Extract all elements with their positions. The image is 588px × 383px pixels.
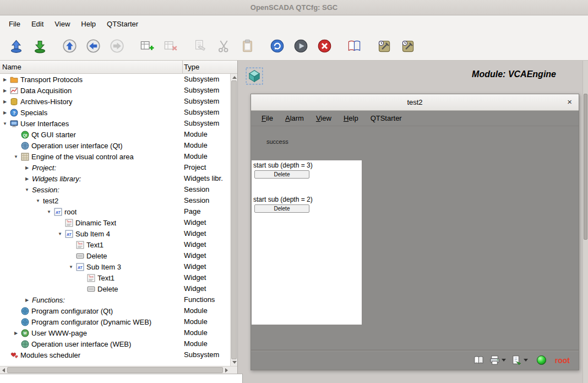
- tree-row[interactable]: Modules schedulerSubsystem: [0, 349, 230, 360]
- tree-row[interactable]: ▼test2Session: [0, 195, 230, 206]
- session-menu-help[interactable]: Help: [337, 112, 364, 125]
- tree-row[interactable]: ▶Functions:Functions: [0, 294, 230, 305]
- titlebar[interactable]: OpenSCADA QTCfg: SGC: [0, 0, 588, 15]
- menu-file[interactable]: File: [3, 18, 26, 30]
- tree-hscroll-thumb[interactable]: [7, 367, 223, 373]
- tree-row[interactable]: TextText1Widget: [0, 239, 230, 250]
- session-window-title: test2: [407, 98, 422, 106]
- session-menu-view[interactable]: View: [310, 112, 337, 125]
- tree-indent: [0, 201, 33, 201]
- refresh-icon[interactable]: [268, 36, 286, 56]
- expanded-arrow-icon[interactable]: ▼: [55, 231, 65, 236]
- expanded-arrow-icon[interactable]: ▼: [66, 265, 76, 269]
- print-icon[interactable]: [489, 355, 506, 365]
- delete-button[interactable]: Delete: [254, 170, 309, 179]
- tree-row[interactable]: ▶Widgets library:Widgets libr.: [0, 173, 230, 184]
- up-level-icon[interactable]: [60, 36, 79, 56]
- tree-row[interactable]: TextDinamic TextWidget: [0, 217, 230, 228]
- tree-row[interactable]: ▶?SpecialsSubsystem: [0, 107, 230, 118]
- scroll-right-icon[interactable]: [225, 368, 228, 373]
- tree-row[interactable]: ▼ATSub Item 4Widget: [0, 228, 230, 239]
- tree-indent: [0, 322, 11, 322]
- tree-vscroll-thumb[interactable]: [231, 80, 237, 359]
- svg-text:W: W: [23, 331, 27, 335]
- menu-edit[interactable]: Edit: [26, 18, 49, 30]
- tree-item-label: Text1: [86, 241, 104, 249]
- forward-icon[interactable]: [107, 36, 126, 56]
- collapsed-arrow-icon[interactable]: ▶: [22, 176, 32, 181]
- expanded-arrow-icon[interactable]: ▼: [22, 187, 32, 192]
- tree-row[interactable]: ▼ATSub Item 3Widget: [0, 261, 230, 272]
- tree-vertical-scrollbar[interactable]: [230, 74, 237, 366]
- tree-row[interactable]: ▼ATrootPage: [0, 206, 230, 217]
- qtstarter-config2-icon[interactable]: [398, 36, 417, 56]
- current-user-label[interactable]: root: [555, 356, 570, 365]
- tree-row[interactable]: ▶WUser WWW-pageModule: [0, 327, 230, 338]
- export-dropdown-icon[interactable]: [524, 359, 528, 362]
- tree-item-type: Subsystem: [184, 349, 219, 360]
- tree-row[interactable]: DeleteWidget: [0, 250, 230, 261]
- right-scrollbar-thumb[interactable]: [584, 94, 587, 240]
- tree-row[interactable]: ▶Data AcquisitionSubsystem: [0, 85, 230, 96]
- session-menu-alarm[interactable]: Alarm: [279, 112, 310, 125]
- export-icon[interactable]: [511, 355, 528, 365]
- db-load-icon[interactable]: [7, 36, 25, 56]
- session-menu-qtstarter[interactable]: QTStarter: [364, 112, 408, 125]
- vca-module-icon[interactable]: [246, 67, 263, 85]
- right-vertical-scrollbar[interactable]: [582, 61, 588, 383]
- expanded-arrow-icon[interactable]: ▼: [11, 154, 21, 159]
- scroll-up-icon[interactable]: [232, 76, 237, 79]
- back-icon[interactable]: [84, 36, 102, 56]
- menu-qtstarter[interactable]: QTStarter: [101, 18, 144, 30]
- collapsed-arrow-icon[interactable]: ▶: [22, 165, 32, 170]
- manual-icon[interactable]: [345, 36, 363, 56]
- collapsed-arrow-icon[interactable]: ▶: [11, 331, 21, 336]
- tree-row[interactable]: ▶Archives-HistorySubsystem: [0, 96, 230, 107]
- menu-view[interactable]: View: [49, 18, 75, 30]
- tree-row[interactable]: TextText1Widget: [0, 272, 230, 283]
- tree-column-type[interactable]: Type: [183, 61, 237, 73]
- collapsed-arrow-icon[interactable]: ▶: [0, 110, 10, 115]
- manual-icon[interactable]: [473, 355, 484, 365]
- delete-item-icon[interactable]: [161, 36, 179, 56]
- tree-row[interactable]: ▼Engine of the visual control areaModule: [0, 151, 230, 162]
- tree-row[interactable]: ▼Session:Session: [0, 184, 230, 195]
- tree-row[interactable]: Operation user interface (WEB)Module: [0, 338, 230, 349]
- paste-item-icon[interactable]: [238, 36, 257, 56]
- collapsed-arrow-icon[interactable]: ▶: [0, 77, 10, 82]
- tree-row[interactable]: DeleteWidget: [0, 283, 230, 294]
- close-icon[interactable]: ×: [567, 97, 572, 107]
- collapsed-arrow-icon[interactable]: ▶: [22, 298, 32, 303]
- tree-row[interactable]: QtQt GUI starterModule: [0, 129, 230, 140]
- tree-horizontal-scrollbar[interactable]: [0, 366, 237, 374]
- status-led-green[interactable]: [537, 355, 546, 365]
- collapsed-arrow-icon[interactable]: ▶: [0, 88, 10, 93]
- tree-row[interactable]: Program configurator (Qt)Module: [0, 305, 230, 316]
- tree-row[interactable]: ▶Project:Project: [0, 162, 230, 173]
- add-item-icon[interactable]: [137, 36, 156, 56]
- tree-column-name[interactable]: Name: [0, 61, 183, 73]
- collapsed-arrow-icon[interactable]: ▶: [0, 99, 10, 104]
- start-icon[interactable]: [291, 36, 310, 56]
- expanded-arrow-icon[interactable]: ▼: [44, 209, 54, 214]
- tree-row[interactable]: Program configurator (Dynamic WEB)Module: [0, 316, 230, 327]
- scroll-left-icon[interactable]: [2, 368, 5, 373]
- print-dropdown-icon[interactable]: [502, 359, 506, 362]
- db-save-icon[interactable]: [30, 36, 49, 56]
- tree-row[interactable]: Operation user interface (Qt)Module: [0, 140, 230, 151]
- expanded-arrow-icon[interactable]: ▼: [33, 198, 43, 203]
- menu-help[interactable]: Help: [75, 18, 101, 30]
- scroll-down-icon[interactable]: [232, 361, 237, 364]
- tree-row[interactable]: ▼User InterfacesSubsystem: [0, 118, 230, 129]
- cut-item-icon[interactable]: [214, 36, 233, 56]
- qtstarter-config-icon[interactable]: [374, 36, 393, 56]
- copy-item-icon[interactable]: [190, 36, 209, 56]
- session-window-titlebar[interactable]: test2 ×: [251, 94, 579, 111]
- session-menu-file[interactable]: File: [255, 112, 279, 125]
- stop-icon[interactable]: [315, 36, 334, 56]
- tree-row[interactable]: ▶Transport ProtocolsSubsystem: [0, 74, 230, 85]
- expanded-arrow-icon[interactable]: ▼: [0, 121, 10, 126]
- bottom-panel: [0, 374, 243, 383]
- main-area: Module: VCAEngine test2 × File Alarm Vie…: [0, 61, 588, 383]
- delete-button[interactable]: Delete: [254, 204, 309, 213]
